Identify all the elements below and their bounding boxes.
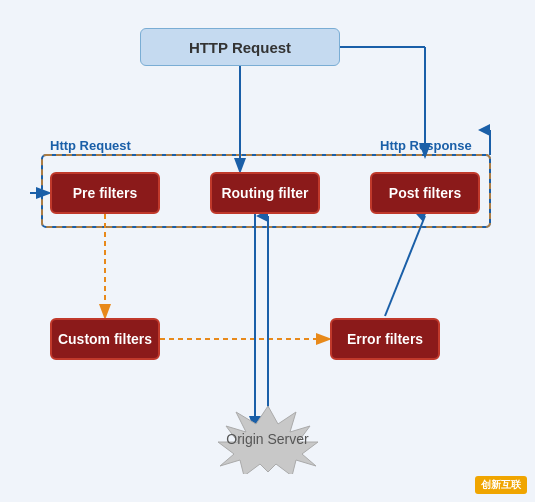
diagram-container: HTTP Request Http Request Http Response … [0,0,535,502]
http-request-box: HTTP Request [140,28,340,66]
http-response-label-right: Http Response [380,138,472,153]
origin-server-label: Origin Server [226,431,308,447]
routing-filter-label: Routing filter [221,185,308,201]
post-filters-box: Post filters [370,172,480,214]
pre-filters-label: Pre filters [73,185,138,201]
http-request-label: HTTP Request [189,39,291,56]
routing-filter-box: Routing filter [210,172,320,214]
custom-filters-box: Custom filters [50,318,160,360]
pre-filters-box: Pre filters [50,172,160,214]
watermark: 创新互联 [475,476,527,494]
error-filters-label: Error filters [347,331,423,347]
error-filters-box: Error filters [330,318,440,360]
svg-line-11 [385,216,425,316]
post-filters-label: Post filters [389,185,461,201]
origin-server: Origin Server [178,404,358,474]
http-request-label-left: Http Request [50,138,131,153]
custom-filters-label: Custom filters [58,331,152,347]
